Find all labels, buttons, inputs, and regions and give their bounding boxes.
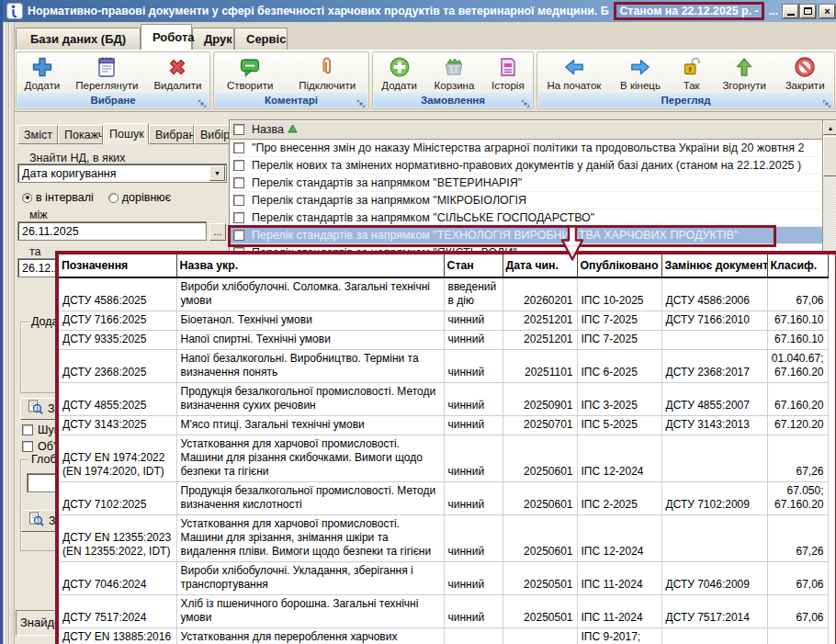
add-circle-button[interactable]: Додати [377,52,422,91]
cell-replaces: ДСТУ 7166:2010 [661,311,767,331]
sidebar-tab-2[interactable]: Пошук [103,123,149,144]
row-checkbox[interactable] [233,177,244,188]
ribbon-group-caption-label: Коментарі [265,95,318,106]
ribbon-tab-0[interactable]: Бази даних (БД) [16,28,141,50]
minimize-button[interactable] [783,5,798,18]
list-item[interactable]: "Про внесення змін до наказу Міністерств… [230,140,822,157]
sidebar-tab-4[interactable]: Вибірка [194,125,231,144]
cell-replaces: ДСТУ 2368:2017 [661,350,767,383]
column-header-replaces[interactable]: Замінює документи [661,254,767,277]
cell-state: введений в дію [444,277,503,311]
cell-published-in: ІПС 10-2025 [577,277,661,311]
header-checkbox[interactable] [233,124,244,135]
results-table-overlay: ПозначенняНазва укр.СтанДата чин.Опублік… [55,251,836,644]
cell-date-effective: 20251201 [503,331,577,350]
column-header-name-ukr[interactable]: Назва укр. [176,254,444,277]
list-item-label: Перелік стандартів за напрямком "СІЛЬСЬК… [252,211,594,224]
sidebar-tab-3[interactable]: Вибрані [149,125,194,144]
cell-state: чинний [444,416,503,435]
dialog-launcher-icon[interactable] [356,96,366,105]
browse-dates-button[interactable]: ... [209,223,226,241]
cell-replaces [661,628,767,644]
field-dropdown[interactable]: Дата коригування ▼ [17,164,227,183]
title-highlight-annotation: Станом на 22.12.2025 р. - [614,2,763,20]
table-row[interactable]: ДСТУ 7102:2025Продукція безалкогольної п… [59,482,828,515]
column-header-designation[interactable]: Позначення [59,254,176,277]
table-row[interactable]: ДСТУ 7046:2024Вироби хлібобулочні. Уклад… [59,562,828,595]
maximize-button[interactable] [800,5,816,18]
table-row[interactable]: ДСТУ 2368:2025Напої безалкогольні. Вироб… [59,350,828,383]
chevron-down-icon[interactable]: ▼ [209,165,225,181]
delete-x-button[interactable]: Видалити [149,52,206,91]
add-plus-button[interactable]: Додати [20,52,65,91]
table-row[interactable]: ДСТУ 7517:2024Хліб із пшеничного борошна… [59,595,828,628]
attach-paperclip-button[interactable]: Підключити [294,52,360,91]
left-resize-strip[interactable] [3,22,15,644]
basket-button[interactable]: Корзина [430,52,480,91]
row-checkbox[interactable] [233,160,244,171]
search-checkbox[interactable]: Шук [22,424,59,436]
radio-equals[interactable]: дорівнює [108,191,171,204]
column-header-classification[interactable]: Класиф. [767,254,828,277]
padlock-open-button[interactable]: Так [675,52,708,91]
ribbon-group-1: СтворитиПідключитиКоментарі [213,51,369,109]
column-header-state[interactable]: Стан [444,254,503,277]
sidebar-tab-0[interactable]: Зміст [17,125,58,144]
dialog-launcher-icon[interactable] [198,96,207,105]
attach-paperclip-icon [315,55,339,79]
table-row[interactable]: ДСТУ 4855:2025Продукція безалкогольної п… [59,383,828,416]
row-checkbox[interactable] [233,195,244,206]
sidebar-tab-1[interactable]: Покажч [58,125,103,144]
comment-bubble-button[interactable]: Створити [222,52,277,91]
view-notepad-button[interactable]: Переглянути [71,52,142,91]
table-row[interactable]: ДСТУ 4586:2025Вироби хлібобулочні. Солом… [59,277,828,311]
cell-classification: 67,06 [767,277,828,311]
cell-state: чинний [444,350,503,383]
table-row[interactable]: ДСТУ 7166:2025Біоетанол. Технічні умович… [59,311,828,331]
list-item[interactable]: Перелік нових та змінених нормативно-пра… [230,157,822,175]
table-row[interactable]: ДСТУ 3143:2025М'ясо птиці. Загальні техн… [59,416,828,435]
radio-on-icon [22,193,32,203]
cell-replaces: ДСТУ 7102:2009 [661,482,767,515]
cell-name-ukr: Продукція безалкогольної промисловості. … [176,383,444,416]
cell-designation: ДСТУ 2368:2025 [59,350,176,383]
close-circle-button[interactable]: Закрити [781,52,830,91]
table-row[interactable]: ДСТУ EN 13885:2016 (EN 13885:2005 +Устат… [59,628,828,644]
row-checkbox[interactable] [233,212,244,223]
dialog-launcher-icon[interactable] [822,96,831,105]
dialog-launcher-icon[interactable] [521,96,530,105]
row-checkbox[interactable] [233,142,244,153]
sort-asc-icon[interactable] [288,123,298,136]
ribbon-tab-1[interactable]: Робота [141,24,192,50]
arrow-left-button[interactable]: На початок [542,52,605,91]
radio-interval[interactable]: в інтервалі [22,191,94,204]
ribbon-tab-2[interactable]: Друк [192,28,234,50]
column-header-published-in[interactable]: Опубліковано в [577,254,661,277]
close-button[interactable]: × [819,5,835,18]
scroll-up-button[interactable]: ▲ [823,120,836,135]
list-item[interactable]: Перелік стандартів за напрямком "МІКРОБІ… [230,192,822,209]
history-doc-button[interactable]: Історія [487,52,529,91]
ribbon-tab-3[interactable]: Сервіс [234,28,288,50]
list-scrollbar[interactable]: ▲ [822,120,836,257]
table-row[interactable]: ДСТУ EN 12355:2023 (EN 12355:2022, IDT)У… [59,515,828,562]
ribbon-group-2: ДодатиКорзинаІсторіяЗамовлення [372,51,534,109]
ribbon-group-3: На початокВ кінецьТакЗгорнутиЗакритиПере… [537,51,835,109]
ribbon-button-label: Згорнути [722,80,765,91]
list-item[interactable]: Перелік стандартів за напрямком "ВЕТЕРИН… [230,175,822,192]
arrow-right-button[interactable]: В кінець [616,52,665,91]
table-header-row[interactable]: ПозначенняНазва укр.СтанДата чин.Опублік… [59,254,828,277]
results-table[interactable]: ПозначенняНазва укр.СтанДата чин.Опублік… [59,254,829,644]
list-header[interactable]: Назва [230,120,822,140]
search-doc-icon [28,400,43,418]
checkbox-icon [22,441,33,452]
cell-date-effective: 20250901 [503,383,577,416]
title-ellipsis: ... [769,5,778,17]
cell-published-in: ІПС 6-2025 [577,350,661,383]
table-row[interactable]: ДСТУ EN 1974:2022 (EN 1974:2020, IDT)Уст… [59,435,828,482]
arrow-up-button[interactable]: Згорнути [717,52,770,91]
cell-designation: ДСТУ 9335:2025 [59,331,176,350]
table-row[interactable]: ДСТУ 9335:2025Напої спиртні. Технічні ум… [59,331,828,350]
scrollbar-thumb[interactable] [823,136,836,176]
date-from-input[interactable] [17,221,207,241]
